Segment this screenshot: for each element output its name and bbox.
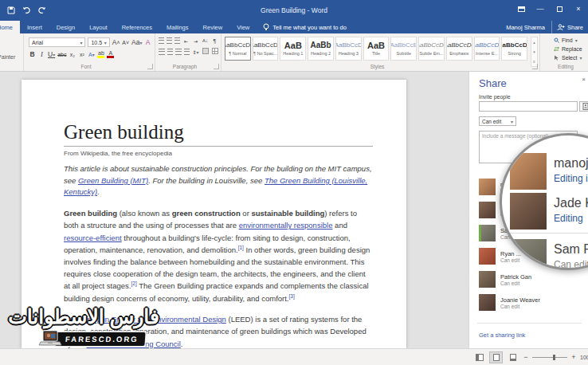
format-painter-button[interactable]: Format Painter — [0, 54, 15, 60]
style-intensee[interactable]: AaBbCcDdIntense E... — [474, 37, 500, 61]
align-right-icon[interactable] — [175, 49, 182, 55]
share-panel-close-icon[interactable]: × — [582, 76, 586, 83]
font-dialog-launcher[interactable] — [147, 64, 153, 69]
find-button[interactable]: Find▾ — [554, 36, 588, 45]
style-preview: AaBbCcD — [335, 41, 362, 49]
paragraph-dialog-launcher[interactable] — [214, 64, 219, 69]
invite-people-input[interactable] — [479, 101, 578, 112]
clear-formatting-icon[interactable]: A — [144, 38, 151, 46]
share-person-row[interactable]: Patrick GanCan edit — [479, 268, 585, 291]
grow-font-icon[interactable]: A˄ — [112, 38, 120, 46]
align-center-icon[interactable] — [167, 49, 174, 55]
read-mode-icon[interactable] — [472, 351, 486, 363]
align-left-icon[interactable] — [159, 49, 165, 55]
doc-link[interactable]: environmentally responsible — [239, 221, 333, 230]
close-icon[interactable]: × — [569, 0, 588, 18]
sort-icon[interactable]: A↓ — [202, 38, 209, 43]
style-subtitle[interactable]: AaBbCcESubtitle — [390, 37, 417, 61]
tab-references[interactable]: References — [115, 21, 159, 33]
bullets-icon[interactable] — [159, 37, 164, 44]
hatnote-link[interactable]: Green Building (MIT) — [78, 176, 148, 185]
multilevel-list-icon[interactable] — [174, 37, 180, 44]
italic-button[interactable]: I — [38, 50, 45, 58]
restore-icon[interactable] — [550, 0, 569, 18]
style-name: Strong — [508, 51, 521, 56]
magnified-person-name: manoj sh — [554, 156, 588, 171]
get-sharing-link[interactable]: Get a sharing link — [479, 332, 525, 339]
replace-label: Replace — [562, 46, 582, 52]
person-name: Ryan ... — [500, 250, 521, 257]
doc-link[interactable]: resource-efficient — [64, 234, 122, 242]
bold-button[interactable]: B — [29, 50, 36, 58]
subscript-icon[interactable]: x₂ — [69, 52, 76, 57]
tab-design[interactable]: Design — [49, 21, 82, 33]
shading-icon[interactable] — [202, 48, 209, 56]
increase-indent-icon[interactable]: ⇥ — [192, 38, 199, 44]
borders-icon[interactable] — [211, 48, 218, 56]
person-name: Patrick Gan — [500, 273, 531, 281]
doc-text: [3] — [289, 293, 295, 299]
superscript-icon[interactable]: x² — [78, 52, 85, 57]
style-h2[interactable]: AaBbHeading 2 — [308, 37, 334, 61]
styles-gallery-scroll[interactable]: ▴▾≡ — [531, 37, 538, 67]
tab-insert[interactable]: Insert — [20, 21, 49, 33]
style-title[interactable]: AaBTitle — [363, 37, 390, 61]
style-name: Subtitle — [397, 51, 411, 56]
font-name-combo[interactable]: Arial▾ — [29, 37, 85, 47]
style-nospac[interactable]: AaBbCcDc¶ No Spac... — [253, 37, 279, 61]
select-button[interactable]: Select▾ — [554, 53, 588, 62]
style-normal[interactable]: AaBbCcDc¶ Normal — [225, 37, 251, 61]
share-person-row[interactable]: Joanie WeaverCan edit — [479, 291, 585, 314]
style-subtleem[interactable]: AaBbCcDdSubtle Em... — [418, 37, 445, 61]
font-size-combo[interactable]: 10.5▾ — [88, 37, 109, 47]
tab-mailings[interactable]: Mailings — [159, 21, 196, 33]
ribbon-display-options-icon[interactable] — [512, 0, 531, 18]
minimize-icon[interactable]: — — [531, 0, 550, 18]
tab-home[interactable]: Home — [0, 21, 20, 33]
justify-icon[interactable] — [184, 49, 190, 55]
tab-view[interactable]: View — [229, 21, 257, 33]
address-book-icon[interactable] — [579, 101, 588, 112]
style-emphasis[interactable]: AaBbCcDdEmphasis — [446, 37, 472, 61]
style-h1[interactable]: AaBHeading 1 — [280, 37, 306, 61]
web-layout-icon[interactable] — [506, 351, 519, 363]
save-icon[interactable] — [6, 6, 16, 15]
text-effects-icon[interactable]: A▾ — [88, 52, 95, 57]
doc-text: [2] — [131, 281, 137, 286]
decrease-indent-icon[interactable]: ⇤ — [182, 38, 190, 44]
style-name: ¶ No Spac... — [253, 51, 277, 56]
magnifier-divider — [502, 233, 588, 234]
invite-people-label: Invite people — [479, 94, 511, 100]
tab-layout[interactable]: Layout — [82, 21, 115, 33]
numbering-icon[interactable] — [167, 37, 172, 44]
zoom-slider[interactable] — [532, 357, 567, 358]
zoom-out-icon[interactable]: − — [523, 353, 529, 361]
tab-review[interactable]: Review — [196, 21, 230, 33]
replace-button[interactable]: Replace — [554, 45, 588, 53]
person-name: Joanie Weaver — [500, 296, 540, 304]
line-spacing-icon[interactable]: ⇕▾ — [192, 49, 199, 55]
font-group: Arial▾ 10.5▾ A˄ A˅ Aa▾ A B I U▾ abc x₂ x… — [24, 33, 155, 71]
underline-button[interactable]: U▾ — [48, 50, 55, 58]
undo-icon[interactable] — [22, 6, 31, 15]
font-color-icon[interactable]: A — [107, 50, 114, 58]
style-h3[interactable]: AaBbCcDHeading 3 — [335, 37, 362, 61]
shrink-font-icon[interactable]: A˅ — [122, 40, 129, 45]
style-preview: AaBb — [311, 41, 331, 49]
permission-dropdown[interactable]: Can edit▾ — [479, 116, 516, 126]
show-marks-icon[interactable]: ¶ — [211, 38, 218, 44]
zoom-slider-thumb[interactable] — [553, 355, 555, 360]
strikethrough-icon[interactable]: abc — [57, 52, 66, 57]
doc-text: [1] — [238, 245, 244, 250]
redo-icon[interactable] — [37, 6, 46, 15]
zoom-percent[interactable]: 100% — [580, 355, 588, 360]
tell-me-box[interactable]: Tell me what you want to do — [257, 21, 353, 33]
share-button[interactable]: Share — [551, 21, 588, 33]
zoom-in-icon[interactable]: + — [570, 353, 577, 361]
print-layout-icon[interactable] — [489, 351, 503, 363]
signed-in-user[interactable]: Manoj Sharma — [506, 24, 545, 31]
styles-dialog-launcher[interactable] — [532, 64, 538, 69]
highlight-color-icon[interactable]: ab — [97, 50, 104, 58]
change-case-icon[interactable]: Aa▾ — [131, 38, 142, 46]
style-strong[interactable]: AaBbCcDdStrong — [501, 37, 527, 61]
